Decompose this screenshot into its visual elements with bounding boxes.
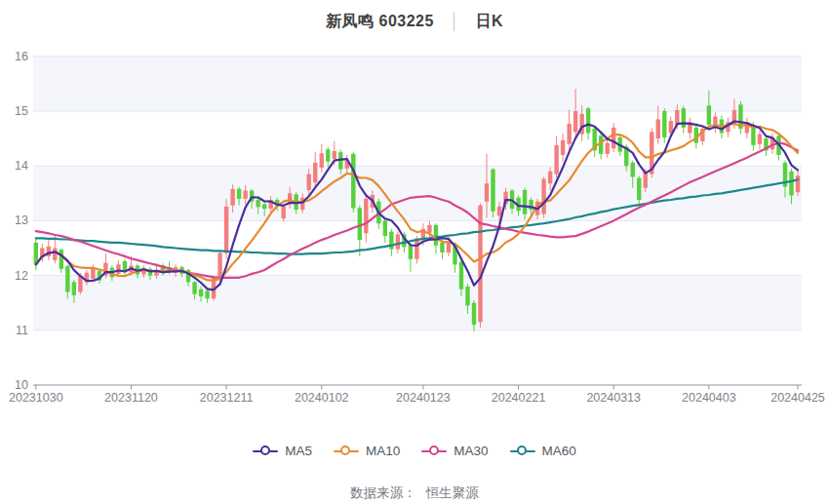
y-tick-label: 15 (15, 104, 28, 118)
legend-item-ma5[interactable]: MA5 (253, 444, 312, 458)
kline-page: 新凤鸣 603225│日K 10111213141516202310302023… (0, 0, 829, 504)
y-tick-label: 10 (15, 378, 28, 392)
y-tick-label: 11 (16, 324, 28, 337)
x-tick-label: 20231120 (104, 391, 158, 405)
page-title: 新凤鸣 603225│日K (0, 12, 829, 32)
legend-label: MA10 (366, 444, 400, 458)
legend-label: MA30 (454, 444, 488, 458)
y-tick-label: 13 (15, 213, 28, 227)
x-tick-label: 20231030 (9, 391, 63, 405)
y-tick-label: 12 (15, 269, 28, 283)
x-tick-label: 20240313 (586, 391, 641, 405)
period-label: 日K (475, 13, 503, 29)
ma30-marker-icon (421, 445, 447, 457)
plot-band (33, 57, 802, 111)
legend-label: MA5 (285, 444, 312, 458)
data-source-note: 数据来源：恒生聚源 (0, 485, 829, 502)
x-tick-label: 20240102 (295, 391, 349, 405)
legend-item-ma30[interactable]: MA30 (421, 444, 488, 458)
plot-band (33, 276, 802, 330)
y-tick-label: 14 (15, 159, 28, 173)
x-tick-label: 20240123 (396, 391, 451, 405)
x-tick-label: 20240403 (682, 391, 736, 405)
source-label: 数据来源： (350, 485, 416, 500)
stock-name-code: 新凤鸣 603225 (326, 13, 434, 29)
legend-item-ma10[interactable]: MA10 (334, 444, 400, 458)
legend-item-ma60[interactable]: MA60 (510, 444, 576, 458)
x-tick-label: 20240221 (492, 391, 546, 405)
x-tick-label: 20231211 (200, 391, 254, 405)
kline-chart[interactable]: 1011121314151620231030202311202023121120… (0, 39, 829, 429)
y-tick-label: 16 (15, 50, 28, 63)
title-separator: │ (450, 13, 460, 29)
plot-band (33, 166, 802, 220)
ma60-marker-icon (510, 445, 535, 457)
x-tick-label: 20240425 (770, 391, 825, 405)
source-value: 恒生聚源 (426, 485, 479, 500)
ma10-marker-icon (334, 445, 359, 457)
ma5-marker-icon (253, 445, 278, 457)
legend-label: MA60 (542, 444, 576, 458)
chart-legend: MA5 MA10 MA30 MA60 (0, 444, 829, 458)
